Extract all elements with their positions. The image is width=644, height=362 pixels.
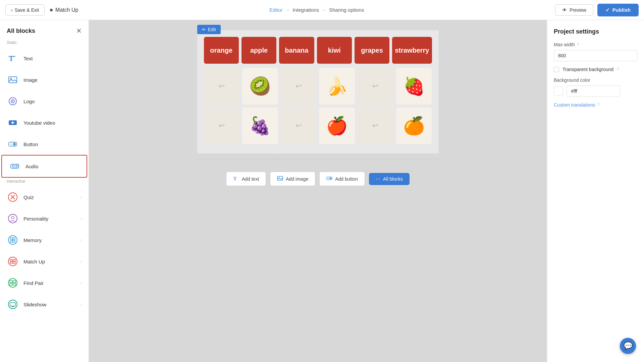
sharing-link[interactable]: Sharing options — [329, 7, 364, 13]
bottom-toolbar: T Add text Add image Add button ⋯ All bl… — [197, 165, 439, 186]
svg-rect-11 — [13, 143, 16, 145]
svg-rect-31 — [13, 262, 15, 263]
svg-rect-46 — [330, 178, 331, 179]
button-icon — [7, 138, 19, 150]
orange-emoji: 🍊 — [403, 117, 425, 134]
custom-translations-help-icon[interactable]: ? — [597, 103, 600, 107]
sidebar-item-image[interactable]: Image — [0, 69, 89, 90]
sidebar-item-quiz[interactable]: Quiz › — [0, 186, 89, 208]
publish-button[interactable]: ✓ Publish — [597, 4, 639, 16]
undo-arrow-4: ↩ — [219, 121, 225, 130]
youtube-label: Youtube video — [23, 120, 82, 126]
save-exit-button[interactable]: ‹ Save & Exit — [5, 4, 45, 16]
fruit-label-grapes: grapes — [355, 37, 389, 64]
strawberry-emoji: 🍓 — [403, 77, 425, 95]
svg-text:T: T — [233, 176, 237, 181]
svg-point-6 — [12, 101, 13, 102]
fruit-img-apple: 🍎 — [319, 107, 355, 144]
add-button-icon — [326, 175, 332, 182]
image-label: Image — [23, 77, 82, 83]
slideshow-label: Slideshow — [23, 302, 75, 307]
transparent-bg-checkbox[interactable] — [554, 67, 559, 72]
bg-color-swatch[interactable] — [554, 86, 563, 96]
integrations-link[interactable]: Integrations — [293, 7, 319, 13]
sidebar-item-slideshow[interactable]: Slideshow › — [0, 294, 89, 315]
svg-rect-24 — [13, 238, 15, 240]
kiwi-emoji: 🥝 — [249, 77, 271, 95]
sidebar-item-findpair[interactable]: Find Pair › — [0, 272, 89, 294]
quiz-chevron: › — [80, 194, 82, 200]
add-image-label: Add image — [286, 176, 308, 182]
bg-color-label: Background color — [554, 77, 637, 83]
memory-label: Memory — [23, 237, 75, 243]
quiz-icon — [7, 191, 19, 203]
slideshow-icon — [7, 298, 19, 310]
eye-icon: 👁 — [562, 7, 567, 13]
edit-button[interactable]: ✏ Edit — [197, 25, 221, 34]
svg-rect-28 — [10, 259, 12, 261]
fruit-images-row2: ↩ 🍇 ↩ 🍎 ↩ 🍊 — [204, 107, 432, 144]
all-blocks-button[interactable]: ⋯ All blocks — [369, 173, 410, 185]
close-sidebar-button[interactable]: ✕ — [76, 27, 82, 35]
memory-icon — [7, 234, 19, 246]
top-nav: ‹ Save & Exit Match Up Editor → Integrat… — [0, 0, 644, 20]
add-button-button[interactable]: Add button — [319, 172, 365, 186]
fruit-img-empty-2: ↩ — [281, 68, 317, 105]
fruit-img-empty-4: ↩ — [204, 107, 240, 144]
quiz-label: Quiz — [23, 194, 75, 200]
static-section-label: Static — [0, 39, 89, 48]
all-blocks-label: All blocks — [383, 176, 403, 182]
check-icon: ✓ — [605, 7, 610, 13]
logo-icon — [7, 95, 19, 107]
interactive-section-label: Interactive — [0, 178, 89, 186]
add-image-button[interactable]: Add image — [270, 172, 315, 186]
transparent-bg-row: Transparent background ? — [554, 67, 637, 72]
sidebar-item-logo[interactable]: Logo — [0, 90, 89, 112]
bg-color-row — [554, 85, 637, 97]
svg-rect-2 — [9, 77, 17, 83]
sidebar-item-text[interactable]: T Text — [0, 48, 89, 69]
publish-label: Publish — [612, 7, 631, 13]
personality-label: Personality — [23, 216, 75, 222]
sidebar-item-audio[interactable]: Audio — [1, 155, 87, 178]
banana-emoji: 🍌 — [326, 77, 348, 95]
fruit-img-banana: 🍌 — [319, 68, 355, 105]
canvas-card: ✏ Edit orange apple banana kiwi grapes s… — [197, 30, 439, 154]
max-width-label: Max width ? — [554, 42, 637, 47]
custom-translations-link[interactable]: Custom translations ? — [554, 102, 637, 108]
editor-link[interactable]: Editor — [269, 7, 282, 13]
sidebar-header: All blocks ✕ — [0, 20, 89, 39]
max-width-help-icon[interactable]: ? — [577, 42, 579, 47]
transparent-bg-help-icon[interactable]: ? — [617, 67, 619, 72]
add-text-button[interactable]: T Add text — [226, 172, 266, 186]
svg-rect-29 — [13, 259, 15, 261]
add-button-label: Add button — [335, 176, 358, 182]
max-width-input[interactable] — [554, 50, 637, 61]
edit-label: Edit — [208, 27, 216, 32]
save-exit-label: Save & Exit — [15, 7, 39, 13]
chat-bubble[interactable]: 💬 — [620, 338, 636, 354]
apple-emoji: 🍎 — [326, 117, 348, 134]
fruit-img-empty-1: ↩ — [204, 68, 240, 105]
undo-arrow-3: ↩ — [372, 82, 378, 90]
fruit-img-kiwi: 🥝 — [242, 68, 278, 105]
logo-label: Logo — [23, 99, 82, 104]
all-blocks-icon: ⋯ — [376, 176, 380, 182]
right-panel-title: Project settings — [554, 28, 637, 35]
image-icon — [7, 74, 19, 86]
sidebar-item-memory[interactable]: Memory › — [0, 229, 89, 251]
svg-rect-35 — [10, 283, 12, 285]
text-label: Text — [23, 56, 82, 61]
sidebar-item-matchup[interactable]: Match Up › — [0, 251, 89, 272]
matchup-label: Match Up — [23, 259, 75, 264]
memory-chevron: › — [80, 237, 82, 243]
preview-button[interactable]: 👁 Preview — [555, 4, 593, 16]
add-image-icon — [277, 175, 283, 182]
bg-color-input[interactable] — [567, 85, 620, 97]
personality-icon — [7, 213, 19, 225]
sidebar-item-personality[interactable]: Personality › — [0, 208, 89, 229]
sidebar-item-youtube[interactable]: Youtube video — [0, 112, 89, 133]
sidebar-item-button[interactable]: Button — [0, 133, 89, 155]
nav-center: Editor → Integrations → Sharing options — [84, 7, 550, 13]
fruit-label-kiwi: kiwi — [317, 37, 352, 64]
